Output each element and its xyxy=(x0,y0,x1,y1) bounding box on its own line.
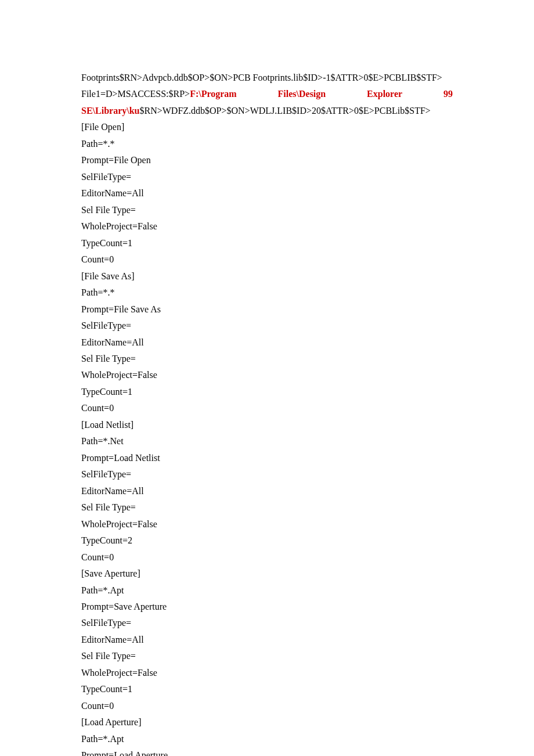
config-line: Path=*.Apt xyxy=(81,731,453,747)
document-page: Footprints$RN>Advpcb.ddb$OP>$ON>PCB Foot… xyxy=(0,0,534,756)
config-line: Sel File Type= xyxy=(81,351,453,367)
config-line: EditorName=All xyxy=(81,632,453,648)
config-line: Count=0 xyxy=(81,698,453,714)
path-highlight: 99 xyxy=(443,86,453,102)
config-line-file1: File1=D>MSACCESS:$RP>F:\Program Files\De… xyxy=(81,86,453,102)
config-line: SelFileType= xyxy=(81,169,453,185)
config-line: Count=0 xyxy=(81,400,453,416)
config-line: Prompt=Save Aperture xyxy=(81,599,453,615)
config-line: EditorName=All xyxy=(81,334,453,351)
config-line: TypeCount=2 xyxy=(81,532,453,549)
config-line: Sel File Type= xyxy=(81,648,453,664)
config-line: EditorName=All xyxy=(81,185,453,201)
path-highlight: F:\Program xyxy=(190,89,237,99)
section-header: [File Open] xyxy=(81,119,453,135)
config-line: Count=0 xyxy=(81,549,453,566)
section-header: [File Save As] xyxy=(81,268,453,285)
config-line: TypeCount=1 xyxy=(81,384,453,400)
config-line: TypeCount=1 xyxy=(81,681,453,697)
config-line: Footprints$RN>Advpcb.ddb$OP>$ON>PCB Foot… xyxy=(81,70,453,86)
config-line: WholeProject=False xyxy=(81,218,453,235)
config-line: Path=*.* xyxy=(81,285,453,301)
section-header: [Save Aperture] xyxy=(81,566,453,582)
config-line: Path=*.* xyxy=(81,136,453,152)
config-line: EditorName=All xyxy=(81,483,453,499)
config-line: Sel File Type= xyxy=(81,202,453,218)
config-line: WholeProject=False xyxy=(81,516,453,532)
path-highlight: Files\Design xyxy=(278,86,326,102)
config-line: Sel File Type= xyxy=(81,499,453,516)
config-line-file1-cont: SE\Library\ku$RN>WDFZ.ddb$OP>$ON>WDLJ.LI… xyxy=(81,103,453,119)
section-header: [Load Netlist] xyxy=(81,417,453,433)
config-line: Prompt=Load Aperture xyxy=(81,747,453,756)
path-highlight: SE\Library\ku xyxy=(81,106,139,116)
path-highlight: Explorer xyxy=(367,86,402,102)
config-line: SelFileType= xyxy=(81,615,453,631)
config-line: WholeProject=False xyxy=(81,665,453,681)
section-header: [Load Aperture] xyxy=(81,714,453,730)
config-line: TypeCount=1 xyxy=(81,235,453,251)
text-plain: $RN>WDFZ.ddb$OP>$ON>WDLJ.LIB$ID>20$ATTR>… xyxy=(139,106,430,116)
config-line: Path=*.Apt xyxy=(81,582,453,599)
config-line: Prompt=Load Netlist xyxy=(81,450,453,466)
config-line: Prompt=File Save As xyxy=(81,301,453,318)
text-plain: File1=D>MSACCESS:$RP> xyxy=(81,89,190,99)
config-line: Count=0 xyxy=(81,251,453,268)
config-line: Path=*.Net xyxy=(81,433,453,449)
config-line: SelFileType= xyxy=(81,466,453,483)
config-line: WholeProject=False xyxy=(81,367,453,383)
config-line: SelFileType= xyxy=(81,318,453,334)
text-segment: File1=D>MSACCESS:$RP>F:\Program xyxy=(81,86,237,102)
config-line: Prompt=File Open xyxy=(81,152,453,168)
